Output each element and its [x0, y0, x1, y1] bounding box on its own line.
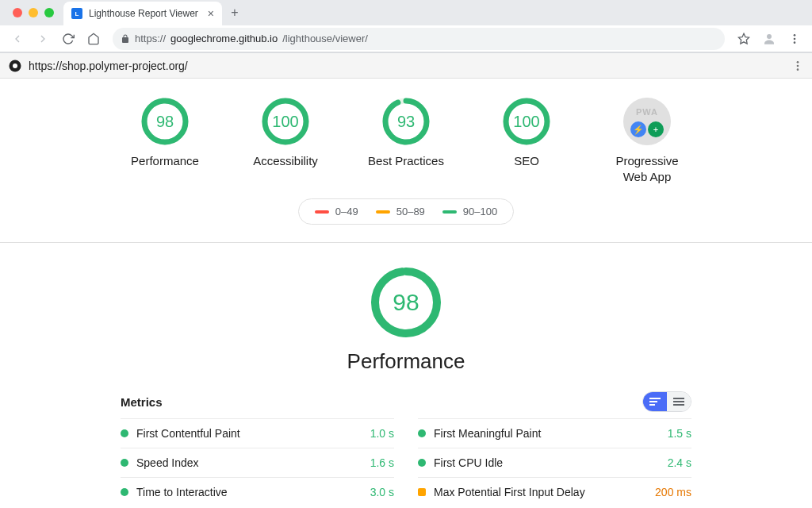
back-button[interactable] [6, 28, 29, 50]
close-tab-icon[interactable]: × [208, 7, 214, 20]
gauge-performance[interactable]: 98 Performance [121, 98, 209, 184]
big-gauge-score: 98 [370, 267, 442, 338]
site-icon [8, 59, 22, 73]
score-legend: 0–49 50–89 90–100 [0, 198, 812, 225]
pwa-installable-icon: + [648, 121, 664, 137]
score-gauges: 98 Performance 100 Accessibility 93 Best… [0, 79, 812, 198]
url-host: googlechrome.github.io [170, 33, 278, 44]
gauge-label: Performance [131, 153, 199, 169]
pwa-fast-icon: ⚡ [630, 121, 646, 137]
legend-mid: 50–89 [376, 206, 425, 217]
url-path: /lighthouse/viewer/ [282, 33, 368, 44]
metric-row: Speed Index1.6 s [121, 448, 394, 477]
address-bar[interactable]: https://googlechrome.github.io/lighthous… [113, 28, 725, 50]
browser-menu-button[interactable] [783, 28, 806, 50]
gauge-pwa[interactable]: PWA ⚡ + Progressive Web App [603, 98, 691, 184]
gauge-seo[interactable]: 100 SEO [483, 98, 570, 184]
metric-row: Time to Interactive3.0 s [121, 477, 394, 506]
status-dot-icon [121, 488, 128, 496]
svg-point-2 [794, 34, 796, 37]
metrics-col-right: First Meaningful Paint1.5 s First CPU Id… [418, 418, 691, 506]
metric-value: 1.0 s [370, 427, 394, 440]
svg-marker-0 [738, 33, 749, 44]
new-tab-button[interactable]: + [225, 3, 244, 22]
maximize-window-icon[interactable] [44, 8, 54, 17]
tab-favicon-icon: L [71, 8, 82, 19]
status-dot-icon [418, 459, 426, 467]
svg-rect-22 [649, 404, 655, 406]
gauge-score: 100 [503, 98, 550, 145]
home-button[interactable] [82, 28, 105, 50]
metric-name: First Contentful Paint [136, 427, 362, 440]
metrics-grid: First Contentful Paint1.0 s Speed Index1… [121, 418, 691, 506]
metrics-col-left: First Contentful Paint1.0 s Speed Index1… [121, 418, 394, 506]
gauge-accessibility[interactable]: 100 Accessibility [242, 98, 329, 184]
gauge-best-practices[interactable]: 93 Best Practices [362, 98, 450, 184]
svg-rect-25 [673, 404, 684, 406]
metric-row: First Meaningful Paint1.5 s [418, 418, 691, 448]
view-toggle-detailed[interactable] [643, 392, 667, 411]
view-toggle-simple[interactable] [667, 392, 691, 411]
metric-name: Speed Index [136, 456, 362, 469]
close-window-icon[interactable] [13, 8, 22, 17]
svg-rect-24 [673, 401, 684, 402]
forward-button[interactable] [32, 28, 54, 50]
metric-row: First CPU Idle2.4 s [418, 448, 691, 477]
metric-name: First Meaningful Paint [434, 427, 660, 440]
metric-value: 3.0 s [370, 486, 394, 498]
status-dot-icon [418, 429, 426, 437]
metric-name: Time to Interactive [136, 486, 362, 498]
svg-point-3 [794, 37, 796, 40]
browser-chrome: L Lighthouse Report Viewer × + https://g… [0, 0, 812, 53]
gauge-label: Best Practices [368, 153, 444, 169]
performance-big-gauge: 98 Performance [0, 267, 812, 374]
status-dot-icon [121, 459, 128, 467]
minimize-window-icon[interactable] [29, 8, 38, 17]
metrics-view-toggle [642, 391, 691, 412]
gauge-score: 100 [262, 98, 309, 145]
browser-toolbar: https://googlechrome.github.io/lighthous… [0, 25, 812, 52]
svg-point-1 [767, 34, 772, 39]
metric-value: 2.4 s [668, 456, 691, 469]
window-controls [6, 8, 60, 17]
metrics-heading: Metrics [121, 395, 163, 409]
report-menu-button[interactable] [791, 60, 804, 72]
metric-row: Max Potential First Input Delay200 ms [418, 477, 691, 506]
gauge-score: 98 [141, 98, 189, 145]
svg-point-7 [797, 61, 799, 64]
svg-point-6 [13, 64, 17, 68]
gauge-score: 93 [382, 98, 430, 145]
svg-rect-23 [673, 398, 684, 399]
section-title: Performance [347, 349, 465, 374]
metric-value: 1.6 s [370, 456, 394, 469]
status-square-icon [418, 488, 426, 496]
profile-button[interactable] [758, 28, 780, 50]
metric-row: First Contentful Paint1.0 s [121, 418, 394, 448]
svg-rect-20 [649, 398, 661, 399]
tab-title: Lighthouse Report Viewer [89, 8, 201, 19]
metric-value: 1.5 s [668, 427, 691, 440]
tested-url: https://shop.polymer-project.org/ [29, 60, 188, 72]
performance-section: 98 Performance Metrics First Contentful … [0, 243, 812, 508]
gauge-label: SEO [514, 153, 539, 169]
metrics-panel: Metrics First Contentful Paint1.0 s Spee… [121, 391, 691, 508]
url-prefix: https:// [135, 33, 166, 44]
bookmark-button[interactable] [733, 28, 755, 50]
svg-rect-21 [649, 401, 657, 402]
svg-point-8 [797, 64, 799, 67]
tab-strip: L Lighthouse Report Viewer × + [0, 0, 812, 25]
gauge-label: Accessibility [253, 153, 318, 169]
report-header: https://shop.polymer-project.org/ [0, 53, 812, 79]
browser-tab[interactable]: L Lighthouse Report Viewer × [63, 2, 222, 25]
legend-high: 90–100 [442, 206, 497, 217]
metric-name: Max Potential First Input Delay [434, 486, 647, 498]
lock-icon [121, 34, 130, 44]
metric-value: 200 ms [655, 486, 691, 498]
status-dot-icon [121, 429, 128, 437]
gauge-label: Progressive Web App [615, 153, 678, 184]
reload-button[interactable] [57, 28, 79, 50]
svg-point-9 [797, 68, 799, 71]
svg-point-4 [794, 41, 796, 44]
metric-name: First CPU Idle [434, 456, 660, 469]
pwa-badge-icon: PWA ⚡ + [623, 98, 671, 145]
